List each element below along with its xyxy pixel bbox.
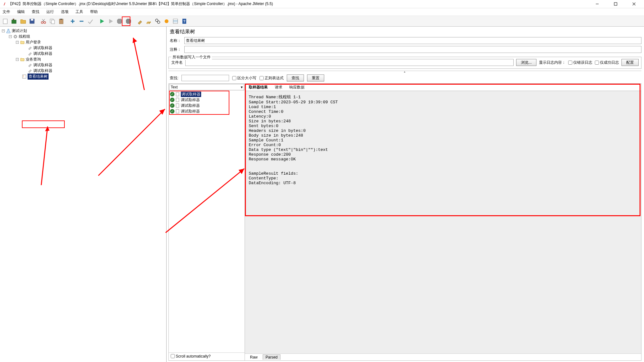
log-hint-label: 显示日志内容： [539, 60, 566, 65]
toggle-icon[interactable]: − [9, 35, 12, 38]
open-icon[interactable] [19, 17, 27, 25]
filename-input[interactable] [185, 59, 514, 66]
templates-icon[interactable] [10, 17, 18, 25]
annotation-run-highlight [122, 16, 130, 26]
clear-icon[interactable] [136, 17, 144, 25]
sampler-icon [27, 62, 32, 68]
svg-point-25 [157, 21, 160, 23]
tree-test-plan[interactable]: − 测试计划 [1, 28, 166, 34]
window-controls [591, 1, 642, 7]
close-button[interactable] [628, 1, 640, 7]
menu-edit[interactable]: 编辑 [16, 9, 26, 15]
filename-label: 文件名 [171, 60, 183, 65]
tree-sampler[interactable]: 调试取样器 [1, 51, 166, 56]
tab-raw[interactable]: Raw [247, 355, 260, 360]
fieldset-legend: 所有数据写入一个文件 [171, 55, 212, 60]
toolbar: ? [0, 16, 644, 27]
run-no-pause-icon[interactable] [107, 17, 115, 25]
toggle-icon[interactable]: − [2, 29, 5, 32]
toggle-icon[interactable]: − [16, 58, 19, 61]
tree-sampler[interactable]: 调试取样器 [1, 68, 166, 74]
svg-rect-5 [12, 20, 16, 23]
tree-label: 业务查询 [26, 57, 41, 62]
svg-point-33 [15, 36, 16, 37]
reset-search-icon[interactable] [162, 17, 171, 25]
function-helper-icon[interactable] [171, 17, 180, 25]
save-icon[interactable] [28, 17, 36, 25]
results-split: Text ▾ ✓ 调试取样器 ✓ 调试取样器 ✓ [168, 83, 641, 361]
expand-icon[interactable] [69, 17, 77, 25]
comment-input[interactable] [184, 46, 641, 53]
collapse-icon[interactable] [77, 17, 86, 25]
sampler-icon [27, 51, 32, 56]
toggle-icon[interactable] [86, 17, 95, 25]
cut-icon[interactable] [39, 17, 48, 25]
minimize-button[interactable] [591, 1, 603, 7]
name-label: 名称： [168, 38, 184, 43]
tree-sampler[interactable]: 调试取样器 [1, 45, 166, 51]
browse-button[interactable]: 浏览... [516, 59, 536, 66]
configure-button[interactable]: 配置 [621, 59, 639, 66]
bottom-tabs: Raw Parsed [245, 353, 641, 360]
menu-file[interactable]: 文件 [1, 9, 11, 15]
new-icon[interactable] [1, 17, 10, 25]
svg-rect-16 [60, 19, 62, 20]
svg-marker-21 [109, 19, 113, 23]
toggle-icon[interactable]: − [16, 41, 19, 44]
folder-icon [20, 40, 25, 45]
annotation-arrow [38, 125, 51, 188]
tree-sampler[interactable]: 调试取样器 [1, 62, 166, 68]
scroll-auto-checkbox[interactable]: Scroll automatically? [171, 354, 211, 359]
right-panel: 查看结果树 名称： 注释： 所有数据写入一个文件 文件名 浏览... 显示日志内… [167, 27, 644, 362]
menu-help[interactable]: 帮助 [89, 9, 99, 15]
menu-search[interactable]: 查找 [30, 9, 41, 15]
annotation-tree-highlight [22, 120, 65, 128]
tree-results-tree[interactable]: 查看结果树 [1, 74, 166, 79]
only-success-checkbox[interactable]: 仅成功日志 [595, 60, 619, 65]
svg-marker-22 [117, 19, 122, 24]
menu-run[interactable]: 运行 [45, 9, 55, 15]
window-title: 【P42】简单控制器（Simple Controller）.jmx (D:\De… [8, 1, 591, 7]
only-errors-checkbox[interactable]: 仅错误日志 [568, 60, 592, 65]
menu-tools[interactable]: 工具 [74, 9, 84, 15]
reset-button[interactable]: 重置 [307, 74, 324, 81]
search-icon[interactable] [154, 17, 162, 25]
svg-marker-20 [100, 19, 104, 23]
tree-controller-query[interactable]: − 业务查询 [1, 56, 166, 62]
tree-label: 用户登录 [26, 40, 41, 45]
tree-label-selected: 查看结果树 [28, 74, 49, 80]
svg-point-35 [23, 75, 23, 76]
help-icon[interactable]: ? [180, 17, 188, 25]
search-row: 查找: 区分大小写 正则表达式 查找 重置 [168, 73, 641, 83]
svg-point-9 [41, 22, 43, 23]
search-input[interactable] [181, 75, 229, 81]
clear-all-icon[interactable] [145, 17, 153, 25]
flask-icon [6, 28, 11, 33]
case-sensitive-checkbox[interactable]: 区分大小写 [232, 75, 256, 81]
svg-line-41 [98, 109, 165, 176]
copy-icon[interactable] [48, 17, 56, 25]
run-icon[interactable] [98, 17, 106, 25]
regex-checkbox[interactable]: 正则表达式 [260, 75, 284, 81]
search-label: 查找: [170, 75, 178, 81]
name-input[interactable] [184, 37, 641, 44]
tree-thread-group[interactable]: − 线程组 [1, 34, 166, 39]
maximize-button[interactable] [610, 1, 621, 7]
tree-panel: − 测试计划 − 线程组 − 用户登录 调试取样器 调试取样器 − 业务查询 [0, 27, 167, 362]
tree-controller-login[interactable]: − 用户登录 [1, 39, 166, 45]
renderer-select[interactable]: Text ▾ [169, 84, 244, 90]
svg-point-10 [44, 22, 46, 23]
renderer-value: Text [171, 85, 178, 89]
search-button[interactable]: 查找 [287, 74, 304, 81]
paste-icon[interactable] [57, 17, 65, 25]
tree-label: 调试取样器 [33, 45, 52, 51]
main-split: − 测试计划 − 线程组 − 用户登录 调试取样器 调试取样器 − 业务查询 [0, 27, 644, 362]
svg-point-36 [23, 76, 23, 77]
folder-icon [20, 57, 25, 62]
sampler-icon [27, 68, 32, 73]
tree-label: 调试取样器 [33, 68, 52, 74]
svg-text:?: ? [183, 19, 186, 23]
tab-parsed[interactable]: Parsed [263, 354, 280, 360]
menubar: 文件 编辑 查找 运行 选项 工具 帮助 [0, 8, 644, 16]
menu-options[interactable]: 选项 [60, 9, 70, 15]
